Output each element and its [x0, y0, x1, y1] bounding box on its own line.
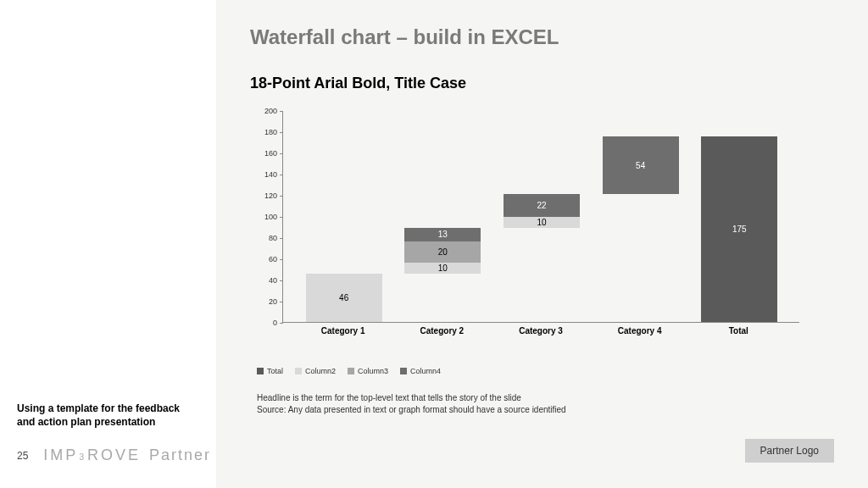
source-note: Source: Any data presented in text or gr… — [257, 404, 834, 416]
brand-partner: Partner — [149, 446, 211, 464]
legend-swatch — [257, 368, 264, 374]
category-label: Category 4 — [602, 326, 678, 336]
legend-item: Column3 — [348, 367, 388, 375]
y-tick-label: 40 — [257, 276, 277, 285]
chart: 46102013102254175 0204060801001201401601… — [257, 111, 808, 340]
sidebar-caption: Using a template for the feedback and ac… — [17, 402, 195, 429]
legend-swatch — [295, 368, 302, 374]
y-tick-label: 160 — [257, 149, 277, 158]
category-label: Category 2 — [403, 326, 480, 336]
y-tick-label: 140 — [257, 170, 277, 179]
bar-segment: 10 — [404, 263, 481, 274]
main-area: Waterfall chart – build in EXCEL 18-Poin… — [216, 0, 868, 488]
y-tick-label: 180 — [257, 128, 277, 136]
legend-label: Column2 — [305, 367, 336, 375]
y-tick-label: 200 — [257, 107, 277, 115]
category-label: Total — [700, 326, 776, 336]
sidebar: Using a template for the feedback and ac… — [0, 0, 216, 488]
brand-part2: ROVE — [87, 446, 141, 464]
plot-area: 46102013102254175 — [282, 111, 799, 323]
partner-logo-box: Partner Logo — [745, 439, 834, 463]
y-tick-label: 80 — [257, 234, 277, 242]
y-tick-label: 100 — [257, 213, 277, 221]
bar-segment: 22 — [504, 194, 580, 218]
chart-title: 18-Point Arial Bold, Title Case — [250, 75, 834, 92]
brand-part1: IMP — [43, 446, 78, 464]
bar-segment: 46 — [306, 274, 382, 323]
bar-segment: 10 — [504, 217, 580, 228]
legend-swatch — [400, 368, 407, 374]
bar-segment: 13 — [404, 228, 481, 241]
legend-swatch — [348, 368, 354, 374]
legend-label: Total — [267, 367, 283, 375]
legend: TotalColumn2Column3Column4 — [257, 367, 834, 375]
sidebar-footer: 25 IMP3ROVE Partner — [17, 446, 211, 464]
bar-segment: 175 — [701, 136, 777, 322]
footnotes: Headline is the term for the top-level t… — [257, 392, 834, 415]
page-number: 25 — [17, 450, 28, 462]
category-label: Category 3 — [503, 326, 579, 336]
legend-label: Column4 — [410, 367, 441, 375]
slide-page: Using a template for the feedback and ac… — [0, 0, 868, 488]
headline-note: Headline is the term for the top-level t… — [257, 392, 834, 404]
legend-item: Column4 — [400, 367, 441, 375]
slide-title: Waterfall chart – build in EXCEL — [250, 25, 834, 49]
y-tick-label: 0 — [257, 319, 277, 327]
brand-logo: IMP3ROVE Partner — [43, 446, 211, 464]
legend-item: Column2 — [295, 367, 336, 375]
legend-item: Total — [257, 367, 283, 375]
category-label: Category 1 — [305, 326, 381, 336]
y-tick-label: 120 — [257, 191, 277, 200]
legend-label: Column3 — [358, 367, 388, 375]
y-tick-label: 60 — [257, 255, 277, 263]
brand-sup: 3 — [79, 452, 86, 462]
bar-segment: 20 — [404, 241, 481, 263]
bar-segment: 54 — [603, 136, 679, 194]
y-tick-label: 20 — [257, 297, 277, 306]
